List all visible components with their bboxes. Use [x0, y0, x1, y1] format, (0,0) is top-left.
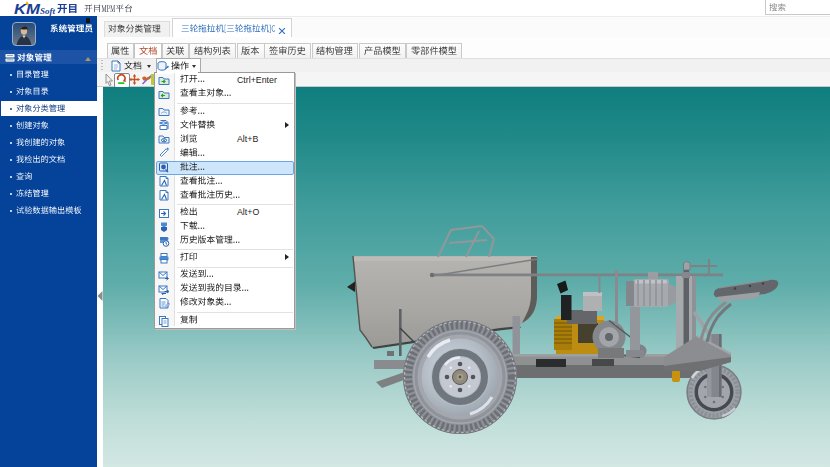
svg-text:KM: KM	[14, 1, 40, 17]
svg-text:Soft: Soft	[40, 6, 56, 16]
